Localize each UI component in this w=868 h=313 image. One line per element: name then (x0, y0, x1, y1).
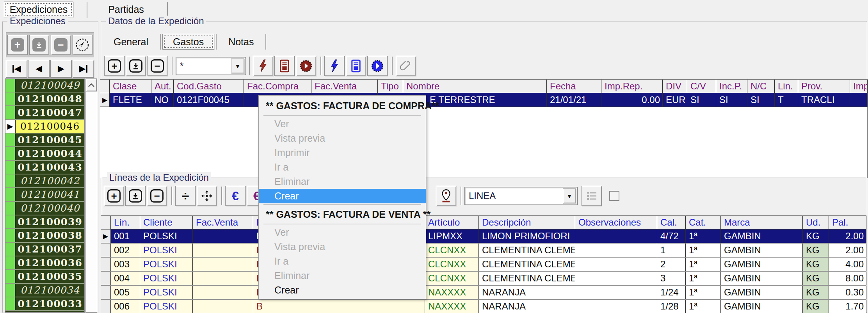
expedition-list-item[interactable]: 012100035 (5, 270, 84, 284)
expedition-list-item[interactable]: 012100045 (5, 133, 84, 147)
lineas-cell-lin[interactable]: 003 (111, 258, 140, 271)
location-button[interactable] (436, 186, 456, 206)
lineas-cell-cat[interactable]: 1ª (686, 229, 721, 243)
lineas-grid-row[interactable]: 003POLSKIBCLCNXXCLEMENTINA CLEMEN21ªGAMB… (101, 258, 866, 272)
column-header[interactable]: Tipo (378, 80, 403, 93)
expedition-list-item[interactable]: 012100034 (5, 284, 84, 297)
expedition-list-item[interactable]: 012100041 (5, 188, 84, 202)
column-header[interactable]: Observaciones (575, 216, 657, 229)
lineas-checkbox[interactable] (609, 191, 619, 201)
red-invoice-button[interactable] (274, 56, 295, 76)
blue-forward-button[interactable] (367, 56, 388, 76)
lineas-cell-cliente[interactable]: POLSKI (140, 229, 193, 243)
filter-combo[interactable]: * ▼ (176, 57, 246, 75)
column-header[interactable]: Lín. (111, 216, 140, 229)
add-expedition-button[interactable]: + (7, 35, 28, 55)
lineas-cell-pal[interactable]: 2.00 (829, 229, 866, 243)
column-header[interactable]: Cal. (657, 216, 686, 229)
lineas-cell-ud[interactable]: KG (803, 300, 829, 313)
column-header[interactable]: Clase (110, 80, 151, 93)
lineas-cell-descripcion[interactable]: CLEMENTINA CLEMEN (479, 272, 575, 285)
column-header[interactable]: Cliente (140, 216, 193, 229)
blue-invoice-button[interactable] (346, 56, 366, 76)
lineas-cell-cal[interactable]: 1 (657, 244, 686, 257)
lineas-cell-ud[interactable]: KG (803, 272, 829, 285)
gastos-cell-lin[interactable]: T (775, 93, 798, 107)
menu-item-ir-a[interactable]: Ir a (259, 160, 426, 174)
column-header[interactable]: Aut. (151, 80, 174, 93)
row-selector[interactable] (101, 244, 111, 257)
lineas-cell-ud[interactable]: KG (803, 258, 829, 271)
delete-gasto-button[interactable]: − (147, 56, 167, 76)
expedition-list-item[interactable]: 012100039 (5, 215, 84, 229)
column-header[interactable]: Nombre (403, 80, 547, 93)
divide-button[interactable]: ÷ (175, 186, 196, 206)
lineas-cell-fac-venta[interactable] (193, 286, 253, 299)
lineas-cell-observaciones[interactable] (575, 258, 657, 271)
menu-item-eliminar[interactable]: Eliminar (259, 269, 426, 283)
tab-notas[interactable]: Notas (218, 34, 264, 50)
expedition-list-item[interactable]: 012100033 (5, 297, 84, 311)
lineas-cell-lin[interactable]: 004 (111, 272, 140, 285)
row-selector[interactable] (101, 258, 111, 271)
menu-item-vista-previa[interactable]: Vista previa (259, 131, 426, 146)
column-header[interactable]: Fac.Venta (311, 80, 378, 93)
tab-expediciones[interactable]: Expediciones (4, 2, 73, 17)
next-record-button[interactable]: ▶ (50, 60, 72, 78)
lineas-cell-marca[interactable]: GAMBIN (721, 286, 803, 299)
lineas-cell-observaciones[interactable] (575, 286, 657, 299)
euro-blue-button[interactable]: € (225, 186, 245, 206)
lineas-cell-fac-venta[interactable] (193, 258, 253, 271)
lineas-cell-observaciones[interactable] (575, 272, 657, 285)
column-header[interactable]: Fecha (547, 80, 601, 93)
lineas-cell-lin[interactable]: 002 (111, 244, 140, 257)
add-line-button[interactable]: + (104, 186, 124, 206)
navigate-button[interactable] (73, 35, 93, 55)
expedition-list-item[interactable]: 012100044 (5, 147, 84, 161)
menu-item-ver[interactable]: Ver (259, 225, 426, 240)
first-record-button[interactable]: ◀ (6, 60, 27, 78)
gastos-cell-div[interactable]: EUR (663, 93, 687, 107)
lineas-grid-row[interactable]: ▶001POLSKIBLIPMXXLIMON PRIMOFIORI4/721ªG… (101, 229, 866, 244)
row-selector[interactable] (101, 272, 111, 285)
lineas-cell-cat[interactable]: 1ª (686, 300, 721, 313)
lineas-cell-cliente[interactable]: POLSKI (140, 272, 193, 285)
gastos-cell-nc[interactable]: SI (747, 93, 775, 107)
current-row-marker[interactable]: ▶ (101, 229, 111, 243)
blue-lightning-button[interactable] (324, 56, 345, 76)
gastos-cell-cod-gasto[interactable]: 0121F00045 (174, 93, 244, 107)
expedition-list-scrollbar[interactable] (85, 78, 97, 313)
last-record-button[interactable]: ▶ (73, 60, 94, 78)
lineas-cell-pr[interactable]: B (253, 300, 425, 313)
chevron-down-icon[interactable]: ▼ (231, 59, 244, 73)
chevron-down-icon[interactable]: ▼ (563, 189, 576, 203)
menu-item-ir-a[interactable]: Ir a (259, 254, 426, 269)
column-header[interactable]: Pal. (829, 216, 866, 229)
lineas-cell-descripcion[interactable]: NARANJA (479, 300, 575, 313)
lineas-grid-row[interactable]: 002POLSKIBCLCNXXCLEMENTINA CLEMEN11ªGAMB… (101, 244, 866, 258)
lineas-grid-row[interactable]: 006POLSKIBNAXXXXNARANJA1/281ªGAMBINKG1.7… (101, 300, 866, 313)
scroll-up-button[interactable] (86, 79, 97, 91)
column-header[interactable]: Imp.Rep. (601, 80, 663, 93)
lineas-cell-lin[interactable]: 001 (111, 229, 140, 243)
lineas-cell-fac-venta[interactable] (193, 244, 253, 257)
expedition-list-item[interactable]: 012100047 (5, 106, 84, 120)
lineas-cell-pal[interactable]: 4.00 (829, 258, 866, 271)
lineas-cell-articulo[interactable]: CLCNXX (425, 272, 479, 285)
lineas-cell-observaciones[interactable] (575, 244, 657, 257)
column-header[interactable]: Marca (721, 216, 803, 229)
lineas-cell-cal[interactable]: 1/24 (657, 286, 686, 299)
row-selector[interactable] (101, 300, 111, 313)
lineas-cell-cliente[interactable]: POLSKI (140, 258, 193, 271)
lineas-cell-cal[interactable]: 1/28 (657, 300, 686, 313)
lineas-cell-ud[interactable]: KG (803, 286, 829, 299)
attachment-button[interactable] (396, 56, 416, 76)
column-header[interactable]: Cat. (686, 216, 721, 229)
expedition-list-item[interactable]: 012100036 (5, 256, 84, 270)
lineas-cell-cliente[interactable]: POLSKI (140, 286, 193, 299)
gastos-cell-clase[interactable]: FLETE (110, 93, 151, 107)
column-header[interactable]: Artículo (425, 216, 479, 229)
lineas-cell-pal[interactable]: 2.00 (829, 244, 866, 257)
menu-item-eliminar[interactable]: Eliminar (259, 174, 426, 189)
lineas-cell-cal[interactable]: 3 (657, 272, 686, 285)
